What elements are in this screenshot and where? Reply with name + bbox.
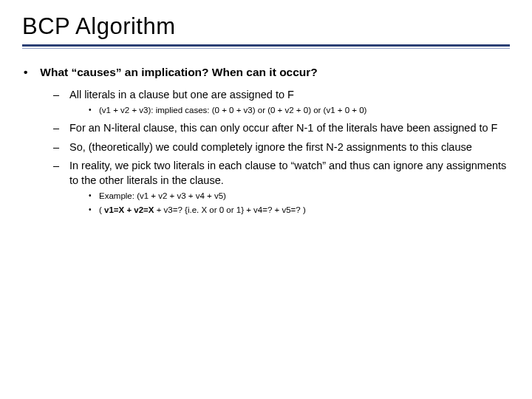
title-rule-light xyxy=(22,48,510,49)
sub-bullet-b: For an N-literal clause, this can only o… xyxy=(53,121,510,136)
bullet-list-level1: What “causes” an implication? When can i… xyxy=(22,65,510,216)
detail-d2-bold: v1=X + v2=X xyxy=(104,205,154,214)
sub-bullet-c-text: So, (theoretically) we could completely … xyxy=(69,141,472,153)
slide-content: What “causes” an implication? When can i… xyxy=(22,65,510,216)
bullet-list-level3-d: Example: (v1 + v2 + v3 + v4 + v5) ( v1=X… xyxy=(69,191,510,216)
slide-title: BCP Algorithm xyxy=(22,13,510,40)
sub-bullet-c: So, (theoretically) we could completely … xyxy=(53,140,510,155)
bullet-list-level2: All literals in a clause but one are ass… xyxy=(24,88,510,216)
detail-a: (v1 + v2 + v3): implied cases: (0 + 0 + … xyxy=(89,105,510,117)
detail-d1: Example: (v1 + v2 + v3 + v4 + v5) xyxy=(89,191,510,202)
detail-a-text: (v1 + v2 + v3): implied cases: (0 + 0 + … xyxy=(99,106,366,115)
detail-d2-pre: ( xyxy=(99,205,104,214)
sub-bullet-a-text: All literals in a clause but one are ass… xyxy=(69,89,294,100)
slide: BCP Algorithm What “causes” an implicati… xyxy=(0,0,532,399)
bullet-list-level3-a: (v1 + v2 + v3): implied cases: (0 + 0 + … xyxy=(69,105,510,117)
bullet-main: What “causes” an implication? When can i… xyxy=(24,65,510,216)
bullet-main-text: What “causes” an implication? When can i… xyxy=(40,66,318,78)
sub-bullet-d: In reality, we pick two literals in each… xyxy=(53,159,510,216)
detail-d1-text: Example: (v1 + v2 + v3 + v4 + v5) xyxy=(99,191,226,200)
title-rule-dark xyxy=(22,44,510,47)
sub-bullet-a: All literals in a clause but one are ass… xyxy=(53,88,510,117)
sub-bullet-b-text: For an N-literal clause, this can only o… xyxy=(69,122,497,134)
sub-bullet-d-text: In reality, we pick two literals in each… xyxy=(69,160,506,186)
detail-d2-post: + v3=? {i.e. X or 0 or 1} + v4=? + v5=? … xyxy=(154,205,306,214)
detail-d2: ( v1=X + v2=X + v3=? {i.e. X or 0 or 1} … xyxy=(89,205,510,216)
